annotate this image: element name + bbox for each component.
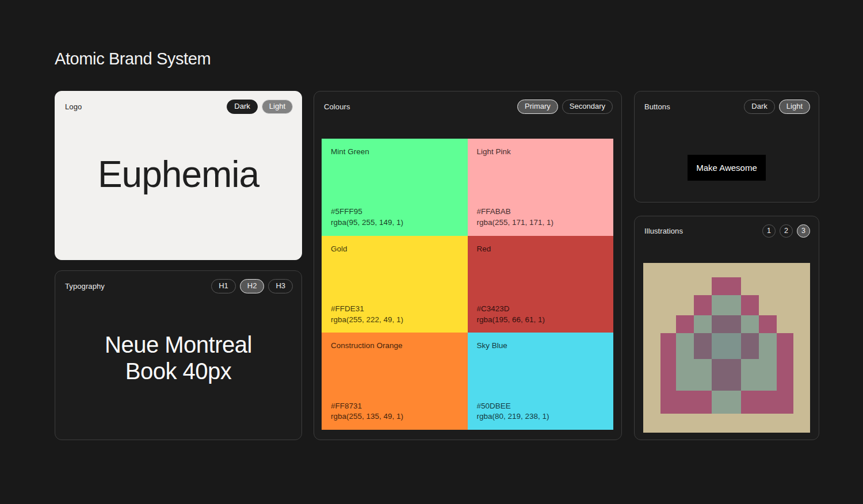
swatch-values: #FFABABrgba(255, 171, 171, 1) bbox=[477, 207, 554, 228]
pixel-art bbox=[643, 263, 810, 433]
swatch-rgba: rgba(195, 66, 61, 1) bbox=[477, 315, 545, 326]
illustrations-card-label: Illustrations bbox=[644, 227, 683, 235]
colours-card-header: Colours Primary Secondary bbox=[314, 91, 621, 114]
swatch-values: #FFDE31rgba(255, 222, 49, 1) bbox=[331, 304, 403, 325]
palette-primary-toggle[interactable]: Primary bbox=[517, 100, 558, 114]
swatch-grid: Mint Green#5FFF95rgba(95, 255, 149, 1)Li… bbox=[322, 139, 613, 430]
logo-light-toggle[interactable]: Light bbox=[262, 100, 293, 114]
make-awesome-button[interactable]: Make Awesome bbox=[688, 155, 766, 181]
art-block-sage bbox=[741, 315, 759, 334]
illustration-3-toggle[interactable]: 3 bbox=[797, 224, 810, 238]
page: Atomic Brand System Logo Dark Light Euph… bbox=[0, 0, 863, 504]
swatch-rgba: rgba(255, 135, 49, 1) bbox=[331, 411, 403, 422]
colour-swatch-red: Red#C3423Drgba(195, 66, 61, 1) bbox=[468, 236, 614, 333]
logo-dark-toggle[interactable]: Dark bbox=[227, 100, 257, 114]
art-block-mauve bbox=[777, 333, 793, 359]
illustrations-card: Illustrations 1 2 3 bbox=[634, 216, 819, 440]
art-block-sage bbox=[676, 333, 694, 359]
buttons-card: Buttons Dark Light Make Awesome bbox=[634, 91, 819, 203]
art-block-mauve bbox=[660, 333, 677, 359]
swatch-name: Construction Orange bbox=[331, 341, 459, 350]
swatch-name: Mint Green bbox=[331, 147, 459, 156]
swatch-values: #C3423Drgba(195, 66, 61, 1) bbox=[477, 304, 545, 325]
art-block-overlap bbox=[712, 315, 741, 334]
page-title: Atomic Brand System bbox=[55, 49, 211, 68]
art-block-overlap bbox=[741, 333, 759, 359]
colour-swatch-sky-blue: Sky Blue#50DBEErgba(80, 219, 238, 1) bbox=[468, 333, 614, 430]
art-block-sage bbox=[676, 359, 712, 391]
button-theme-toggle-group: Dark Light bbox=[744, 100, 810, 114]
logo-card-header: Logo Dark Light bbox=[55, 91, 301, 114]
buttons-card-header: Buttons Dark Light bbox=[635, 91, 819, 114]
swatch-name: Red bbox=[477, 245, 605, 253]
art-block-mauve bbox=[741, 391, 793, 414]
typography-card-header: Typography H1 H2 H3 bbox=[55, 271, 301, 293]
art-block-mauve bbox=[712, 277, 741, 295]
illustration-1-toggle[interactable]: 1 bbox=[762, 224, 776, 238]
heading-h3-toggle[interactable]: H3 bbox=[268, 279, 293, 293]
swatch-hex: #FF8731 bbox=[331, 401, 403, 412]
logo-card: Logo Dark Light Euphemia bbox=[55, 91, 302, 260]
logo-card-label: Logo bbox=[65, 102, 82, 111]
colour-swatch-mint-green: Mint Green#5FFF95rgba(95, 255, 149, 1) bbox=[322, 139, 468, 236]
colour-swatch-gold: Gold#FFDE31rgba(255, 222, 49, 1) bbox=[322, 236, 468, 333]
art-block-mauve bbox=[777, 359, 793, 391]
buttons-dark-toggle[interactable]: Dark bbox=[744, 100, 774, 114]
colour-swatch-construction-orange: Construction Orange#FF8731rgba(255, 135,… bbox=[322, 333, 468, 430]
buttons-light-toggle[interactable]: Light bbox=[779, 100, 810, 114]
heading-h2-toggle[interactable]: H2 bbox=[240, 279, 265, 293]
logo-theme-toggle-group: Dark Light bbox=[227, 100, 293, 114]
art-block-overlap bbox=[712, 359, 741, 391]
type-sample-line1: Neue Montreal bbox=[55, 331, 301, 357]
swatch-rgba: rgba(95, 255, 149, 1) bbox=[331, 217, 403, 228]
swatch-hex: #5FFF95 bbox=[331, 207, 403, 217]
swatch-name: Gold bbox=[331, 245, 459, 253]
art-block-mauve bbox=[660, 359, 677, 391]
illustrations-card-header: Illustrations 1 2 3 bbox=[635, 216, 819, 238]
type-sample-line2: Book 40px bbox=[55, 357, 301, 384]
buttons-card-label: Buttons bbox=[644, 102, 670, 111]
colour-swatch-light-pink: Light Pink#FFABABrgba(255, 171, 171, 1) bbox=[468, 139, 614, 236]
swatch-rgba: rgba(80, 219, 238, 1) bbox=[477, 411, 549, 422]
art-block-mauve bbox=[741, 295, 759, 315]
art-block-sage bbox=[759, 333, 777, 359]
heading-h1-toggle[interactable]: H1 bbox=[211, 279, 236, 293]
art-block-sage bbox=[694, 315, 712, 334]
palette-toggle-group: Primary Secondary bbox=[517, 100, 613, 114]
art-block-mauve bbox=[759, 315, 777, 334]
art-block-mauve bbox=[660, 391, 712, 414]
swatch-values: #50DBEErgba(80, 219, 238, 1) bbox=[477, 401, 549, 422]
typography-card: Typography H1 H2 H3 Neue Montreal Book 4… bbox=[55, 270, 302, 440]
art-block-mauve bbox=[676, 315, 694, 334]
art-block-core bbox=[712, 333, 741, 359]
colours-card-label: Colours bbox=[324, 102, 350, 111]
swatch-name: Light Pink bbox=[477, 147, 605, 156]
art-block-sage bbox=[712, 391, 741, 414]
swatch-rgba: rgba(255, 222, 49, 1) bbox=[331, 315, 403, 326]
type-sample: Neue Montreal Book 40px bbox=[55, 331, 301, 384]
art-block-sage bbox=[712, 295, 741, 315]
swatch-hex: #FFABAB bbox=[477, 207, 554, 217]
typography-card-label: Typography bbox=[65, 282, 105, 291]
illustration-number-toggle-group: 1 2 3 bbox=[762, 224, 810, 238]
swatch-values: #5FFF95rgba(95, 255, 149, 1) bbox=[331, 207, 403, 228]
colours-card: Colours Primary Secondary Mint Green#5FF… bbox=[314, 91, 622, 440]
swatch-name: Sky Blue bbox=[477, 341, 605, 350]
illustration-2-toggle[interactable]: 2 bbox=[780, 224, 793, 238]
art-block-overlap bbox=[694, 333, 712, 359]
art-block-sage bbox=[741, 359, 777, 391]
art-block-mauve bbox=[694, 295, 712, 315]
swatch-hex: #C3423D bbox=[477, 304, 545, 315]
palette-secondary-toggle[interactable]: Secondary bbox=[562, 100, 613, 114]
swatch-values: #FF8731rgba(255, 135, 49, 1) bbox=[331, 401, 403, 422]
swatch-hex: #50DBEE bbox=[477, 401, 549, 412]
swatch-rgba: rgba(255, 171, 171, 1) bbox=[477, 217, 554, 228]
swatch-hex: #FFDE31 bbox=[331, 304, 403, 315]
logo-wordmark: Euphemia bbox=[98, 153, 259, 196]
heading-toggle-group: H1 H2 H3 bbox=[211, 279, 293, 293]
